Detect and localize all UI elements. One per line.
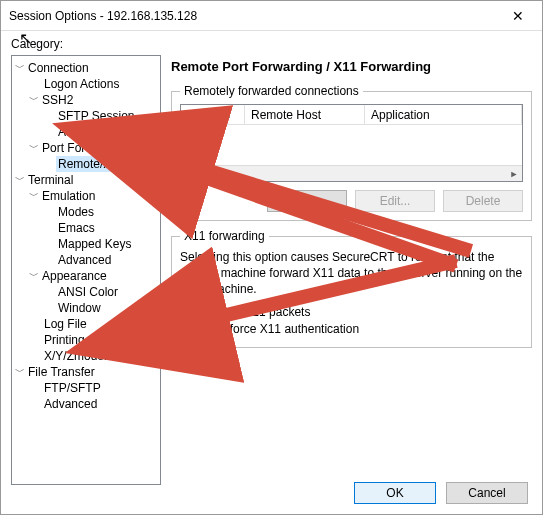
tree-emulation[interactable]: Emulation: [40, 188, 97, 204]
x11-description: Selecting this option causes SecureCRT t…: [180, 249, 523, 297]
remote-forward-legend: Remotely forwarded connections: [180, 84, 363, 98]
window-title: Session Options - 192.168.135.128: [9, 1, 197, 31]
col-remote-host[interactable]: Remote Host: [251, 108, 321, 122]
tree-remote-x11[interactable]: Remote/X11: [56, 156, 127, 172]
close-icon[interactable]: ✕: [502, 1, 534, 31]
tree-appearance[interactable]: Appearance: [40, 268, 109, 284]
tree-xyzmodem[interactable]: X/Y/Zmodem: [42, 348, 116, 364]
tree-printing[interactable]: Printing: [42, 332, 87, 348]
x11-forwarding-group: X11 forwarding Selecting this option cau…: [171, 229, 532, 348]
tree-ssh2[interactable]: SSH2: [40, 92, 75, 108]
titlebar: Session Options - 192.168.135.128 ✕: [1, 1, 542, 31]
remote-forward-group: Remotely forwarded connections Name▲ Rem…: [171, 84, 532, 221]
chevron-down-icon[interactable]: ﹀: [28, 140, 40, 156]
x11-legend: X11 forwarding: [180, 229, 269, 243]
table-header: Name▲ Remote Host Application: [181, 105, 522, 125]
col-application[interactable]: Application: [371, 108, 430, 122]
tree-advanced[interactable]: Advanced: [56, 252, 113, 268]
panel-title: Remote Port Forwarding / X11 Forwarding: [171, 55, 532, 84]
tree-emacs[interactable]: Emacs: [56, 220, 97, 236]
delete-button: Delete: [443, 190, 523, 212]
sort-asc-icon: ▲: [223, 110, 232, 120]
category-label: Category:: [1, 31, 542, 55]
enforce-x11-label: Enforce X11 authentication: [215, 322, 359, 336]
tree-mapped-keys[interactable]: Mapped Keys: [56, 236, 133, 252]
tree-terminal[interactable]: Terminal: [26, 172, 75, 188]
tree-advanced[interactable]: Advanced: [42, 396, 99, 412]
scroll-left-icon[interactable]: ◄: [181, 169, 197, 179]
tree-modes[interactable]: Modes: [56, 204, 96, 220]
tree-sftp-session[interactable]: SFTP Session: [56, 108, 136, 124]
enforce-x11-input[interactable]: [198, 323, 211, 336]
chevron-down-icon[interactable]: ﹀: [14, 364, 26, 380]
ok-button[interactable]: OK: [354, 482, 436, 504]
tree-ftp-sftp[interactable]: FTP/SFTP: [42, 380, 103, 396]
chevron-down-icon[interactable]: ﹀: [14, 172, 26, 188]
add-button[interactable]: Add...: [267, 190, 347, 212]
scroll-right-icon[interactable]: ►: [506, 169, 522, 179]
forward-x11-checkbox[interactable]: Forward X11 packets: [180, 305, 523, 319]
tree-connection[interactable]: Connection: [26, 60, 91, 76]
col-name[interactable]: Name: [187, 108, 219, 122]
tree-ansi-color[interactable]: ANSI Color: [56, 284, 120, 300]
chevron-down-icon[interactable]: ﹀: [28, 268, 40, 284]
tree-log-file[interactable]: Log File: [42, 316, 89, 332]
tree-port-forwarding[interactable]: Port Forwarding: [40, 140, 129, 156]
forward-x11-input[interactable]: [180, 306, 193, 319]
chevron-down-icon[interactable]: ﹀: [28, 92, 40, 108]
dialog-footer: OK Cancel: [354, 482, 528, 504]
forward-x11-label: Forward X11 packets: [197, 305, 310, 319]
category-tree[interactable]: ﹀Connection Logon Actions ﹀SSH2 SFTP Ses…: [11, 55, 161, 485]
horizontal-scrollbar[interactable]: ◄ ►: [181, 165, 522, 181]
forwarded-connections-table[interactable]: Name▲ Remote Host Application ◄ ►: [180, 104, 523, 182]
edit-button: Edit...: [355, 190, 435, 212]
cancel-button[interactable]: Cancel: [446, 482, 528, 504]
chevron-down-icon[interactable]: ﹀: [28, 188, 40, 204]
tree-logon-actions[interactable]: Logon Actions: [42, 76, 121, 92]
tree-advanced[interactable]: Advanced: [56, 124, 113, 140]
tree-window[interactable]: Window: [56, 300, 103, 316]
content-panel: Remote Port Forwarding / X11 Forwarding …: [171, 55, 532, 485]
tree-file-transfer[interactable]: File Transfer: [26, 364, 97, 380]
enforce-x11-checkbox[interactable]: Enforce X11 authentication: [198, 322, 523, 336]
chevron-down-icon[interactable]: ﹀: [14, 60, 26, 76]
